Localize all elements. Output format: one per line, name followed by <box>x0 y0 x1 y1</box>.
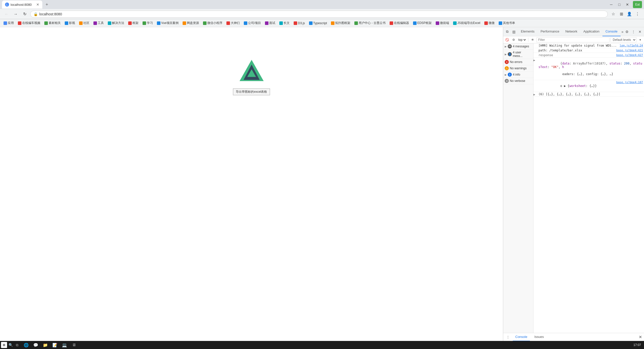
taskbar-app-2[interactable]: 💬 <box>31 341 40 349</box>
star-button[interactable]: ☆ <box>610 11 617 18</box>
bookmark-icon <box>413 21 417 25</box>
eat-button[interactable]: Eat <box>633 1 642 8</box>
msg-group-warnings-label: No warnings <box>510 67 527 70</box>
more-button[interactable]: ⋮ <box>634 11 641 18</box>
clear-console-button[interactable]: 🚫 <box>504 37 510 43</box>
msg-group-info[interactable]: ▶ i 4 info <box>503 72 533 78</box>
msg-group-all[interactable]: ▶ ✉ 4 messages <box>503 43 533 50</box>
taskbar-app-6[interactable]: 🖥 <box>70 341 79 349</box>
devtools-close-icon[interactable]: ✕ <box>637 29 643 35</box>
start-button[interactable]: ⊞ <box>1 342 7 348</box>
maximize-button[interactable]: □ <box>616 1 623 8</box>
entry-expand[interactable]: ▶ <box>533 92 537 97</box>
bookmark-interview[interactable]: 面试 <box>263 20 277 26</box>
entry-expand[interactable] <box>533 48 537 53</box>
log-entry-source[interactable]: base.js?dee4:421 <box>615 48 644 53</box>
msg-group-warnings[interactable]: ⚠ No warnings <box>503 65 533 72</box>
back-button[interactable]: ← <box>3 11 10 18</box>
bottom-tab-console[interactable]: Console <box>513 333 530 341</box>
entry-expand[interactable] <box>533 43 537 48</box>
taskbar-app-5[interactable]: 💻 <box>60 341 69 349</box>
new-tab-button[interactable]: + <box>43 1 50 8</box>
info-icon: i <box>508 73 512 77</box>
profile-button[interactable]: 👤 <box>626 11 633 18</box>
bookmark-typescript[interactable]: Typescript <box>308 21 329 25</box>
msg-group-user[interactable]: ▶ 👤 4 user mess... <box>503 50 533 59</box>
devtools-drawer-icon[interactable]: ▥ <box>511 29 517 35</box>
bookmark-community[interactable]: 社区 <box>78 20 91 26</box>
taskbar-app-4[interactable]: 📝 <box>50 341 59 349</box>
extensions-button[interactable]: ⊞ <box>618 11 625 18</box>
log-entry-source[interactable]: base.js?dee4:427 <box>615 53 644 57</box>
search-icon[interactable]: 🔍 <box>8 342 14 348</box>
entry-expand[interactable]: ▶ <box>533 58 537 80</box>
bookmark-usercenter[interactable]: 用户中心 - 古墨云书 <box>353 20 387 26</box>
active-tab[interactable]: L localhost:8080 ✕ <box>2 1 42 9</box>
bottom-close-button[interactable]: ✕ <box>639 335 642 339</box>
tab-network[interactable]: Network <box>562 27 581 36</box>
filter-input[interactable] <box>536 37 609 42</box>
devtools-settings-icon[interactable]: ⚙ <box>624 29 630 35</box>
browser-chrome: L localhost:8080 ✕ + ─ □ ✕ Eat ← → ↻ 🔒 l… <box>0 0 644 27</box>
bookmark-booklist[interactable]: 其他书单 <box>497 20 517 26</box>
export-excel-button[interactable]: 导出带图标的excel表格 <box>233 88 270 95</box>
bookmark-movie[interactable]: 影视 <box>63 20 77 26</box>
msg-group-verbose[interactable]: ⚙ No verbose <box>503 78 533 84</box>
bookmark-apps[interactable]: 应用 <box>2 20 15 26</box>
level-settings-icon[interactable]: ▾ <box>637 37 643 43</box>
bookmark-microfrontend[interactable]: 微前端 <box>434 20 451 26</box>
bookmark-solutions[interactable]: 解决方法 <box>106 20 126 26</box>
bookmark-edsp[interactable]: EDSP框架 <box>412 20 433 26</box>
log-entry: [HMR] Waiting for update signal from WDS… <box>533 43 644 48</box>
level-selector[interactable]: Default levels <box>611 37 636 42</box>
msg-group-user-label: 4 user mess... <box>513 51 532 58</box>
taskbar-app-3[interactable]: 📁 <box>41 341 50 349</box>
log-entry-source[interactable]: log.js?1afd:24 <box>619 43 644 48</box>
entry-expand[interactable] <box>533 53 537 57</box>
msg-icon: ✉ <box>508 44 512 48</box>
bookmark-netdisk[interactable]: 网盘资源 <box>181 20 200 26</box>
bookmark-topology[interactable]: 拓扑图框架 <box>329 20 352 26</box>
bookmark-jsexcel[interactable]: JS前端导出Excel <box>452 20 482 26</box>
bottom-tab-issues[interactable]: Issues <box>532 333 547 341</box>
bookmark-icon <box>244 21 247 25</box>
tab-elements[interactable]: Elements <box>518 27 537 36</box>
msg-group-errors-label: No errors <box>510 60 522 64</box>
bookmark-company[interactable]: 公司/项目 <box>242 20 262 26</box>
tab-performance[interactable]: Performance <box>537 27 562 36</box>
bookmark-longread[interactable]: 长文 <box>278 20 291 26</box>
bookmark-miniprogram[interactable]: 微信小程序 <box>201 20 224 26</box>
bookmark-masters[interactable]: 大神们 <box>225 20 241 26</box>
refresh-button[interactable]: ↻ <box>21 11 28 18</box>
msg-group-errors[interactable]: ✕ No errors <box>503 59 533 65</box>
bookmark-icon <box>4 21 7 25</box>
taskview-icon[interactable]: ⧉ <box>14 342 20 348</box>
window-close-button[interactable]: ✕ <box>624 1 631 8</box>
console-sidebar: ▶ ✉ 4 messages ▶ 👤 4 user mess... ✕ No e… <box>503 43 533 333</box>
taskbar-app-1[interactable]: 🌐 <box>22 341 31 349</box>
bookmark-weibo[interactable]: 微微 <box>483 20 496 26</box>
devtools-dock-icon[interactable]: ⧉ <box>504 29 510 35</box>
bookmark-editor[interactable]: 在线编辑器 <box>388 20 411 26</box>
log-entry-source[interactable]: base.js?dee4:107 <box>615 80 644 92</box>
tab-console[interactable]: Console <box>602 27 621 36</box>
console-settings-button[interactable]: ⚙ <box>511 37 516 43</box>
minimize-button[interactable]: ─ <box>608 1 615 8</box>
bottom-more-icon[interactable]: ⋮ <box>505 334 511 340</box>
eye-button[interactable]: 👁 <box>530 37 535 43</box>
bookmark-tools[interactable]: 工具 <box>92 20 105 26</box>
bookmark-video[interactable]: 在线编车视频 <box>16 20 42 26</box>
bookmark-framework[interactable]: 框架 <box>127 20 140 26</box>
address-bar[interactable]: 🔒 localhost:8080 <box>30 11 608 18</box>
devtools-more-icon[interactable]: ⋮ <box>630 29 636 35</box>
more-tabs-button[interactable]: » <box>621 29 624 35</box>
bookmark-d3js[interactable]: D3.js <box>292 21 306 25</box>
tab-application[interactable]: Application <box>580 27 602 36</box>
tab-close-button[interactable]: ✕ <box>36 3 39 7</box>
context-selector[interactable]: top <box>517 37 527 42</box>
entry-expand[interactable] <box>533 80 537 92</box>
bookmark-learning[interactable]: 学习 <box>141 20 154 26</box>
forward-button[interactable]: → <box>12 11 19 18</box>
bookmark-vue-examples[interactable]: Vue项目案例 <box>155 20 180 26</box>
bookmark-material[interactable]: 素材相关 <box>43 20 62 26</box>
